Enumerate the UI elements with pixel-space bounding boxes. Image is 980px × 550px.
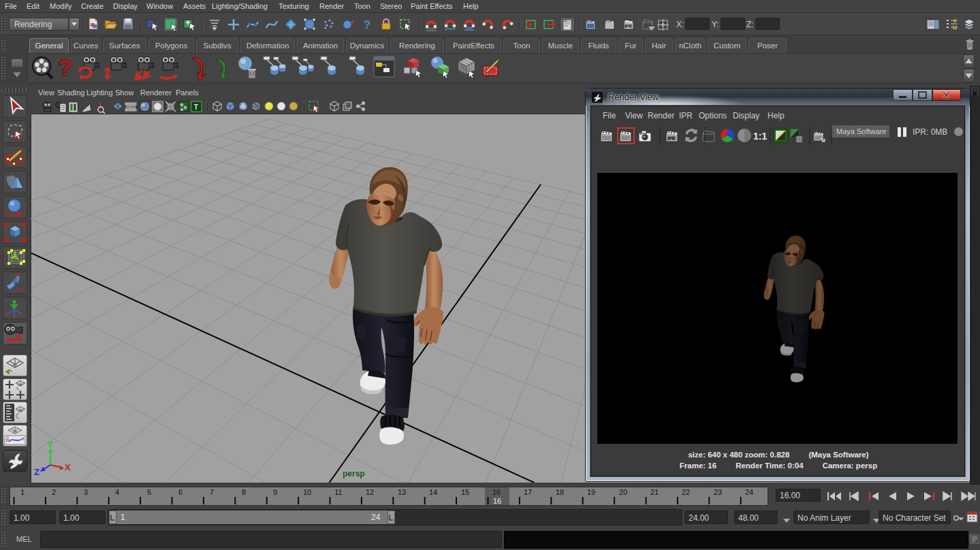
svg-text:5: 5 [147, 488, 151, 496]
svg-text:7: 7 [210, 488, 214, 496]
svg-text:16: 16 [493, 497, 501, 505]
svg-text:24: 24 [745, 488, 753, 496]
svg-text:persp: persp [343, 469, 365, 479]
svg-text:Y: Y [47, 439, 53, 449]
svg-text:IPR: IPR [667, 136, 675, 141]
svg-text:2: 2 [52, 488, 56, 496]
svg-text:4: 4 [115, 488, 119, 496]
svg-text:?: ? [58, 54, 72, 80]
svg-text:1:1: 1:1 [753, 131, 767, 142]
svg-text:18: 18 [556, 488, 564, 496]
svg-text:3: 3 [84, 488, 88, 496]
svg-text:13: 13 [398, 488, 406, 496]
svg-text:6: 6 [178, 488, 183, 496]
svg-text:11: 11 [334, 488, 342, 496]
svg-text:10: 10 [303, 488, 311, 496]
svg-text:15: 15 [461, 488, 469, 496]
svg-text:16: 16 [492, 488, 501, 496]
svg-text:8: 8 [242, 488, 246, 496]
svg-text:X: X [65, 462, 71, 472]
svg-text:17: 17 [524, 488, 532, 496]
svg-text:21: 21 [650, 488, 659, 496]
svg-text:IPR: IPR [625, 24, 632, 29]
svg-text:22: 22 [682, 488, 690, 496]
svg-text:T: T [194, 103, 199, 111]
svg-text:20: 20 [619, 488, 627, 496]
svg-text:14: 14 [429, 488, 437, 496]
svg-text:23: 23 [714, 488, 722, 496]
svg-text:12: 12 [366, 488, 374, 496]
svg-text:?: ? [364, 19, 370, 31]
svg-text:Z: Z [34, 467, 39, 477]
svg-text:1: 1 [20, 488, 25, 496]
svg-text:9: 9 [273, 488, 277, 496]
svg-text:19: 19 [587, 488, 595, 496]
